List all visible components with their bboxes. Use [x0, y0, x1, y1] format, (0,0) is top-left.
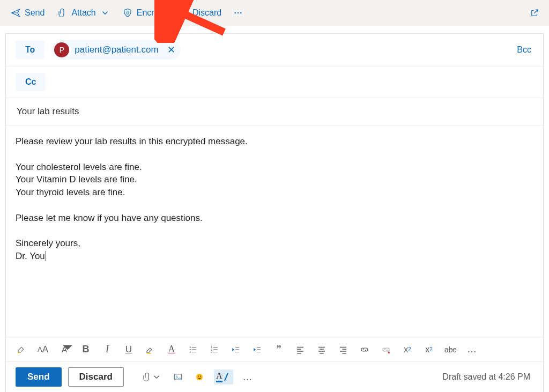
format-toolbar: AA A B I U A 123 ” x2 x2 abc …: [6, 337, 543, 362]
cc-row: Cc: [6, 66, 543, 98]
subject-input[interactable]: [16, 106, 533, 117]
bottom-more-button[interactable]: …: [241, 369, 255, 385]
svg-text:3: 3: [211, 351, 212, 353]
svg-point-1: [235, 12, 236, 13]
numbered-icon: 123: [210, 345, 219, 354]
recipient-chip[interactable]: P patient@patient.com ✕: [52, 40, 180, 60]
svg-point-2: [238, 12, 239, 13]
svg-rect-5: [147, 353, 151, 354]
align-right-button[interactable]: [337, 342, 349, 357]
ellipsis-icon: [233, 8, 243, 18]
caret-icon: [63, 342, 72, 352]
svg-point-15: [198, 376, 199, 377]
svg-point-6: [190, 346, 191, 347]
bottom-icons: A …: [140, 369, 255, 385]
smiley-icon: [195, 372, 204, 382]
send-icon: [11, 8, 20, 18]
font-size-button[interactable]: A: [58, 342, 70, 357]
align-right-icon: [338, 345, 348, 354]
send-label: Send: [25, 8, 44, 18]
link-icon: [360, 345, 369, 354]
toggle-format-bar-button[interactable]: A: [214, 369, 233, 384]
shield-lock-icon: [123, 8, 132, 18]
format-painter-button[interactable]: [16, 342, 27, 357]
remove-recipient-icon[interactable]: ✕: [167, 44, 175, 56]
align-center-icon: [317, 345, 327, 354]
font-case-button[interactable]: AA: [37, 342, 49, 357]
svg-point-7: [190, 349, 191, 350]
bullets-icon: [188, 345, 198, 354]
insert-link-button[interactable]: [359, 342, 370, 357]
draft-status: Draft saved at 4:26 PM: [442, 372, 533, 382]
svg-point-13: [176, 375, 177, 376]
trash-icon: [179, 8, 188, 18]
recipient-email: patient@patient.com: [75, 45, 158, 55]
strikethrough-button[interactable]: abc: [444, 342, 457, 357]
attach-label: Attach: [71, 8, 95, 18]
remove-link-button[interactable]: [380, 342, 392, 357]
picture-icon: [173, 372, 183, 382]
bcc-button[interactable]: Bcc: [517, 45, 533, 55]
paint-roller-icon: [17, 345, 26, 354]
chevron-down-icon: [152, 372, 161, 382]
to-field-button[interactable]: To: [16, 41, 44, 59]
to-row: To P patient@patient.com ✕ Bcc: [6, 34, 543, 66]
align-left-icon: [295, 345, 305, 354]
font-color-button[interactable]: A: [166, 342, 177, 357]
discard-button-bottom[interactable]: Discard: [68, 367, 124, 387]
svg-rect-0: [127, 12, 129, 14]
indent-icon: [253, 345, 262, 354]
unlink-icon: [381, 345, 391, 354]
avatar: P: [54, 42, 69, 57]
svg-point-14: [196, 374, 203, 380]
paperclip-icon: [57, 8, 67, 18]
superscript-button[interactable]: x2: [402, 342, 413, 357]
increase-indent-button[interactable]: [251, 342, 263, 357]
attach-button[interactable]: Attach: [52, 5, 115, 21]
bulleted-list-button[interactable]: [187, 342, 199, 357]
svg-point-3: [240, 12, 241, 13]
encrypt-label: Encrypt: [137, 8, 166, 18]
bold-button[interactable]: B: [80, 342, 92, 357]
send-button-top[interactable]: Send: [5, 5, 50, 21]
svg-point-8: [190, 351, 191, 352]
chevron-down-icon: [100, 8, 110, 18]
bottom-bar: Send Discard A … Draft saved at 4:26 PM: [6, 362, 543, 392]
attach-inline-button[interactable]: [140, 370, 164, 384]
popout-button[interactable]: [525, 5, 544, 21]
compose-window: To P patient@patient.com ✕ Bcc Cc Please…: [5, 33, 544, 392]
compose-toolbar: Send Attach Encrypt Discard: [0, 0, 549, 26]
cc-field-button[interactable]: Cc: [16, 73, 46, 91]
outdent-icon: [231, 345, 241, 354]
format-more-button[interactable]: …: [466, 342, 478, 357]
insert-picture-button[interactable]: [171, 370, 185, 384]
align-center-button[interactable]: [316, 342, 328, 357]
italic-button[interactable]: I: [101, 342, 113, 357]
highlighter-icon: [145, 345, 155, 354]
quote-button[interactable]: ”: [273, 342, 285, 357]
insert-emoji-button[interactable]: [192, 370, 206, 384]
highlight-button[interactable]: [144, 342, 156, 357]
encrypt-button[interactable]: Encrypt: [117, 5, 171, 21]
underline-button[interactable]: U: [123, 342, 135, 357]
pen-icon: [221, 372, 231, 382]
numbered-list-button[interactable]: 123: [209, 342, 220, 357]
message-body[interactable]: Please review your lab results in this e…: [6, 125, 543, 337]
svg-point-16: [200, 376, 201, 377]
discard-button-top[interactable]: Discard: [173, 5, 227, 21]
discard-label: Discard: [192, 8, 221, 18]
send-button-bottom[interactable]: Send: [16, 367, 62, 387]
decrease-indent-button[interactable]: [230, 342, 242, 357]
subscript-button[interactable]: x2: [423, 342, 435, 357]
popout-icon: [530, 8, 539, 18]
align-left-button[interactable]: [294, 342, 306, 357]
more-actions-button[interactable]: [229, 5, 247, 21]
paperclip-icon: [142, 372, 152, 382]
subject-row: [6, 98, 543, 125]
